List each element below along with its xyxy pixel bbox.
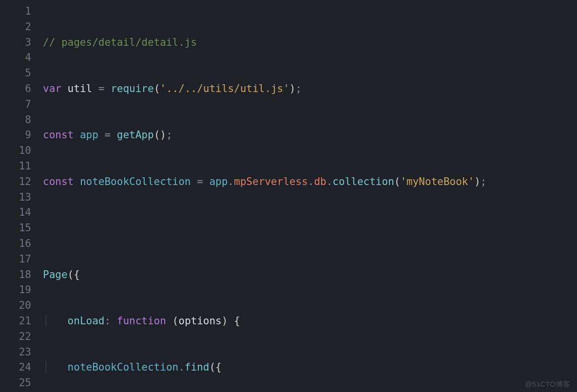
line-number: 17: [0, 252, 31, 267]
line-number: 18: [0, 267, 31, 283]
line-number: 20: [0, 298, 31, 314]
watermark-label: @51CTO博客: [525, 376, 570, 392]
line-number: 11: [0, 159, 31, 174]
line-number: 12: [0, 174, 31, 190]
code-editor[interactable]: 1 2 3 4 5 6 7 8 9 10 11 12 13 14 15 16 1…: [0, 0, 577, 392]
line-number: 7: [0, 97, 31, 112]
line-number: 25: [0, 375, 31, 391]
code-line[interactable]: │ onLoad: function (options) {: [43, 314, 577, 329]
line-number: 24: [0, 360, 31, 375]
code-line[interactable]: var util = require('../../utils/util.js'…: [43, 81, 577, 97]
line-number: 19: [0, 282, 31, 298]
code-line[interactable]: [43, 221, 577, 236]
line-number: 16: [0, 236, 31, 252]
code-line[interactable]: │ noteBookCollection.find({: [43, 360, 577, 375]
line-number-gutter: 1 2 3 4 5 6 7 8 9 10 11 12 13 14 15 16 1…: [0, 4, 43, 392]
code-line[interactable]: const app = getApp();: [43, 128, 577, 143]
line-number: 6: [0, 81, 31, 97]
line-number: 21: [0, 314, 31, 329]
line-number: 14: [0, 205, 31, 221]
line-number: 22: [0, 329, 31, 345]
line-number: 5: [0, 66, 31, 81]
line-number: 15: [0, 221, 31, 236]
code-line[interactable]: const noteBookCollection = app.mpServerl…: [43, 174, 577, 190]
line-number: 2: [0, 19, 31, 35]
line-number: 4: [0, 50, 31, 66]
line-number: 9: [0, 128, 31, 143]
line-number: 23: [0, 345, 31, 360]
code-line[interactable]: Page({: [43, 267, 577, 283]
code-line[interactable]: // pages/detail/detail.js: [43, 35, 577, 51]
code-area[interactable]: // pages/detail/detail.js var util = req…: [43, 4, 577, 392]
line-number: 3: [0, 35, 31, 51]
line-number: 1: [0, 4, 31, 19]
line-number: 13: [0, 190, 31, 205]
line-number: 10: [0, 143, 31, 159]
line-number: 8: [0, 112, 31, 128]
